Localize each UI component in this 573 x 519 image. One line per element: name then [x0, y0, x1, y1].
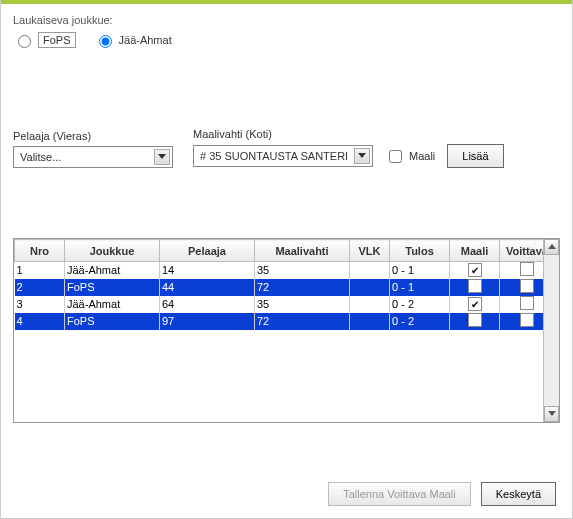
row-checkbox[interactable] — [520, 296, 534, 310]
goalie-home-label: Maalivahti (Koti) — [193, 128, 504, 140]
table-cell: Jää-Ahmat — [65, 296, 160, 313]
col-joukkue[interactable]: Joukkue — [65, 240, 160, 262]
table-cell — [500, 279, 544, 296]
table-cell: 35 — [255, 296, 350, 313]
col-vlk[interactable]: VLK — [350, 240, 390, 262]
save-winning-goal-button: Tallenna Voittava Maali — [328, 482, 471, 506]
scroll-up-icon[interactable] — [544, 239, 559, 255]
table-cell: FoPS — [65, 313, 160, 330]
table-cell — [500, 313, 544, 330]
team-radio-fops-label: FoPS — [38, 32, 76, 48]
table-row[interactable]: 4FoPS97720 - 2 — [15, 313, 544, 330]
team-radio-fops[interactable] — [18, 35, 31, 48]
goalie-select[interactable]: # 35 SUONTAUSTA SANTERI — [193, 145, 373, 167]
table-cell: 0 - 2 — [390, 296, 450, 313]
table-cell: ✔ — [450, 296, 500, 313]
row-checkbox[interactable] — [468, 313, 482, 327]
player-away-label: Pelaaja (Vieras) — [13, 130, 173, 142]
table-cell: 4 — [15, 313, 65, 330]
table-cell — [350, 262, 390, 279]
table-cell — [500, 296, 544, 313]
table-cell — [350, 313, 390, 330]
row-checkbox[interactable]: ✔ — [468, 297, 482, 311]
team-radio-group: FoPS Jää-Ahmat — [13, 32, 560, 48]
table-cell: 0 - 1 — [390, 262, 450, 279]
col-pelaaja[interactable]: Pelaaja — [160, 240, 255, 262]
table-cell: 72 — [255, 279, 350, 296]
team-radio-jaa[interactable] — [99, 35, 112, 48]
col-maalivahti[interactable]: Maalivahti — [255, 240, 350, 262]
table-header-row: Nro Joukkue Pelaaja Maalivahti VLK Tulos… — [15, 240, 544, 262]
abort-button[interactable]: Keskeytä — [481, 482, 556, 506]
table-cell — [450, 279, 500, 296]
table-cell — [350, 279, 390, 296]
shots-table-shell: Nro Joukkue Pelaaja Maalivahti VLK Tulos… — [13, 238, 560, 423]
goal-checkbox-wrap[interactable]: Maali — [385, 147, 435, 166]
table-cell — [500, 262, 544, 279]
team-option-fops[interactable]: FoPS — [13, 32, 76, 48]
table-cell: FoPS — [65, 279, 160, 296]
table-cell: 44 — [160, 279, 255, 296]
table-cell: 64 — [160, 296, 255, 313]
col-voittava[interactable]: Voittava — [500, 240, 544, 262]
table-row[interactable]: 3Jää-Ahmat64350 - 2✔ — [15, 296, 544, 313]
row-checkbox[interactable] — [520, 279, 534, 293]
team-radio-jaa-label: Jää-Ahmat — [119, 34, 172, 46]
row-checkbox[interactable]: ✔ — [468, 263, 482, 277]
table-row[interactable]: 2FoPS44720 - 1 — [15, 279, 544, 296]
table-cell: 14 — [160, 262, 255, 279]
goal-checkbox[interactable] — [389, 150, 402, 163]
col-maali[interactable]: Maali — [450, 240, 500, 262]
table-cell: Jää-Ahmat — [65, 262, 160, 279]
row-checkbox[interactable] — [520, 313, 534, 327]
table-cell — [450, 313, 500, 330]
scroll-down-icon[interactable] — [544, 406, 559, 422]
shooting-team-label: Laukaiseva joukkue: — [13, 14, 560, 26]
table-cell: 72 — [255, 313, 350, 330]
table-cell: 35 — [255, 262, 350, 279]
table-cell: 1 — [15, 262, 65, 279]
table-cell — [350, 296, 390, 313]
table-row[interactable]: 1Jää-Ahmat14350 - 1✔ — [15, 262, 544, 279]
table-cell: 2 — [15, 279, 65, 296]
table-cell: 97 — [160, 313, 255, 330]
col-nro[interactable]: Nro — [15, 240, 65, 262]
team-option-jaa[interactable]: Jää-Ahmat — [94, 32, 172, 48]
table-cell: 0 - 2 — [390, 313, 450, 330]
col-tulos[interactable]: Tulos — [390, 240, 450, 262]
player-select-value: Valitse... — [20, 151, 61, 163]
player-select[interactable]: Valitse... — [13, 146, 173, 168]
row-checkbox[interactable] — [520, 262, 534, 276]
table-cell: 0 - 1 — [390, 279, 450, 296]
chevron-down-icon — [154, 149, 170, 165]
goal-checkbox-label: Maali — [409, 150, 435, 162]
chevron-down-icon — [354, 148, 370, 164]
shots-table: Nro Joukkue Pelaaja Maalivahti VLK Tulos… — [14, 239, 543, 330]
row-checkbox[interactable] — [468, 279, 482, 293]
table-cell: ✔ — [450, 262, 500, 279]
add-button[interactable]: Lisää — [447, 144, 503, 168]
table-scrollbar[interactable] — [543, 239, 559, 422]
table-cell: 3 — [15, 296, 65, 313]
goalie-select-value: # 35 SUONTAUSTA SANTERI — [200, 150, 348, 162]
